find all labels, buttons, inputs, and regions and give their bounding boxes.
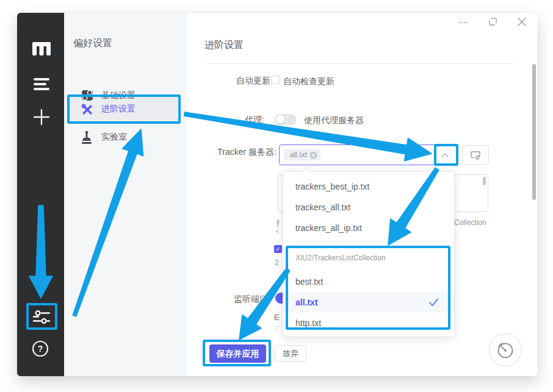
- proxy-toggle-label: 使用代理服务器: [304, 115, 364, 126]
- title-divider: [204, 63, 516, 64]
- sync-trackers-button[interactable]: [462, 145, 489, 165]
- dropdown-option[interactable]: trackers_all_ip.txt: [283, 218, 454, 238]
- svg-text:?: ?: [38, 344, 43, 354]
- gauge-icon: [496, 340, 515, 360]
- screenshot-stage: ? 偏好设置 基础设置: [0, 0, 553, 392]
- page-title: 进阶设置: [204, 39, 244, 52]
- textarea-scrollbar[interactable]: [483, 177, 486, 185]
- add-task-icon[interactable]: [34, 109, 49, 125]
- proxy-label: 代理:: [206, 115, 264, 126]
- annotation-box-select-chevron: [434, 144, 458, 166]
- discard-button[interactable]: 放弃: [275, 345, 306, 362]
- task-list-icon[interactable]: [34, 77, 49, 91]
- hint-fragment: 2: [275, 258, 279, 267]
- tag-close-icon[interactable]: [309, 151, 317, 159]
- proxy-toggle[interactable]: [275, 114, 297, 125]
- selected-tag: all.txt: [284, 149, 320, 160]
- screen-refresh-icon: [470, 151, 481, 160]
- help-icon[interactable]: ?: [32, 340, 49, 357]
- auto-update-checkbox-label[interactable]: 自动检查更新: [283, 76, 334, 87]
- auto-update-label: 自动更新:: [206, 76, 273, 87]
- input-corner-fragment: [276, 326, 282, 332]
- page-scrollbar[interactable]: [532, 64, 536, 200]
- dropdown-divider: [295, 241, 446, 242]
- hint-fragment: Collection: [454, 218, 486, 227]
- stamp-icon: [81, 131, 92, 144]
- close-icon[interactable]: [517, 17, 527, 27]
- dropdown-option[interactable]: trackers_best_ip.txt: [283, 176, 454, 197]
- tracker-server-select[interactable]: all.txt: [279, 144, 457, 165]
- listen-port-label: 监听端口: [234, 294, 276, 305]
- preferences-title: 偏好设置: [73, 37, 112, 50]
- minimize-icon[interactable]: [459, 22, 468, 23]
- checked-checkbox-fragment: ✓: [274, 245, 282, 253]
- hint-fragment: E: [274, 313, 280, 322]
- auto-update-checkbox[interactable]: [271, 76, 280, 84]
- annotation-box-save-button: [203, 340, 271, 366]
- hint-fragment: ‹: [276, 227, 278, 235]
- speed-gauge-button[interactable]: [489, 333, 522, 366]
- menu-item-label: 实验室: [101, 132, 127, 143]
- annotation-box-tracker-group: [286, 246, 450, 330]
- tag-label: all.txt: [290, 151, 307, 159]
- dropdown-option[interactable]: trackers_all.txt: [283, 197, 454, 218]
- toggle-knob: [276, 115, 284, 124]
- app-window: ? 偏好设置 基础设置: [17, 13, 538, 376]
- tracker-server-label: Tracker 服务器:: [200, 147, 276, 158]
- annotation-box-preferences-icon: [26, 303, 57, 330]
- motrix-logo-icon: [31, 41, 52, 57]
- maximize-icon[interactable]: [489, 18, 497, 26]
- menu-item-lab[interactable]: 实验室: [69, 125, 180, 149]
- annotation-box-advanced-menu: [67, 94, 181, 124]
- preferences-panel: 偏好设置 基础设置: [64, 13, 187, 376]
